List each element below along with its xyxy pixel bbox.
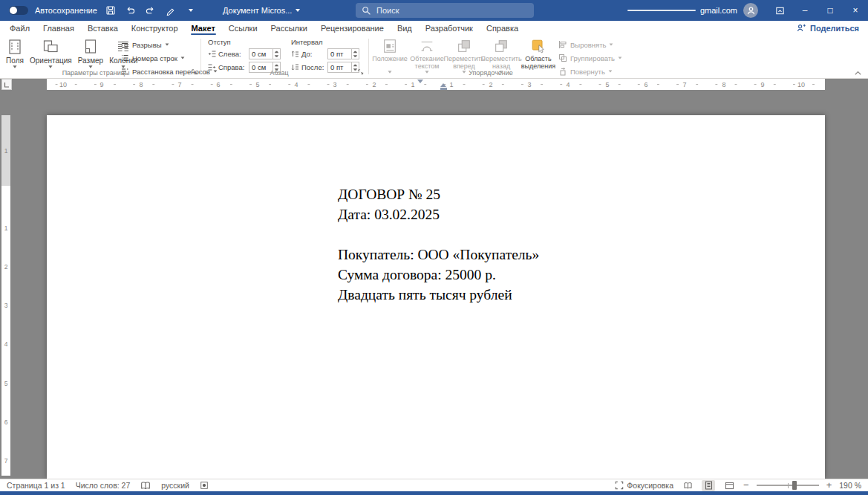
- tab-references[interactable]: Ссылки: [222, 21, 264, 35]
- wrap-text-label: Обтекание текстом: [409, 55, 445, 70]
- tab-mailings[interactable]: Рассылки: [264, 21, 314, 35]
- read-mode-button[interactable]: [681, 480, 694, 491]
- tab-view[interactable]: Вид: [391, 21, 419, 35]
- redo-icon: [146, 6, 155, 16]
- orientation-icon: [42, 38, 59, 56]
- ruler-number: 1: [409, 80, 416, 89]
- margins-button[interactable]: Поля: [3, 36, 27, 68]
- ribbon: Поля Ориентация Размер Колонки: [0, 35, 868, 79]
- ruler-number: 1: [1, 147, 10, 155]
- left-indent-marker[interactable]: [440, 88, 447, 91]
- zoom-in-button[interactable]: +: [826, 482, 832, 489]
- group-objects-button[interactable]: Группировать: [558, 53, 622, 63]
- chevron-down-icon: [88, 65, 92, 68]
- spacing-before-stepper[interactable]: [352, 48, 359, 59]
- doc-line[interactable]: Двадцать пять тысяч рублей: [338, 285, 539, 305]
- first-line-indent-marker[interactable]: [417, 80, 423, 83]
- position-icon: [382, 38, 398, 54]
- tab-insert[interactable]: Вставка: [81, 21, 125, 35]
- tab-home[interactable]: Главная: [36, 21, 81, 35]
- ruler-number: 5: [604, 80, 610, 89]
- line-numbers-icon: [120, 54, 129, 62]
- avatar[interactable]: [743, 3, 758, 18]
- doc-line[interactable]: [338, 224, 539, 245]
- horizontal-ruler[interactable]: 10 9 8 7 6 5 4 3 2 1 1 2 3 4 5 6 7 8 9 1…: [47, 79, 825, 90]
- focus-mode-button[interactable]: Фокусировка: [615, 481, 673, 490]
- maximize-button[interactable]: □: [818, 0, 843, 21]
- selection-pane-button[interactable]: Область выделения: [520, 36, 557, 74]
- save-button[interactable]: [104, 3, 117, 18]
- page-indicator[interactable]: Страница 1 из 1: [7, 481, 65, 490]
- tab-review[interactable]: Рецензирование: [314, 21, 391, 35]
- ribbon-display-options-button[interactable]: [767, 0, 792, 21]
- orientation-button[interactable]: Ориентация: [27, 36, 75, 68]
- undo-button[interactable]: [124, 3, 137, 18]
- person-icon: [746, 6, 756, 16]
- tab-developer[interactable]: Разработчик: [419, 21, 480, 35]
- zoom-out-button[interactable]: −: [743, 482, 749, 489]
- document-title-label: Документ Micros...: [223, 6, 292, 15]
- print-layout-button[interactable]: [702, 480, 715, 491]
- save-icon: [105, 5, 116, 16]
- account-label[interactable]: gmail.com: [700, 0, 737, 21]
- indent-title: Отступ: [208, 38, 281, 46]
- undo-icon: [125, 6, 135, 16]
- send-backward-button[interactable]: Переместить назад: [483, 36, 520, 74]
- tab-help[interactable]: Справка: [480, 21, 525, 35]
- document-title-button[interactable]: Документ Micros...: [223, 0, 300, 21]
- zoom-slider-thumb[interactable]: [792, 481, 797, 490]
- collapse-ribbon-button[interactable]: [854, 69, 862, 76]
- language-button[interactable]: русский: [161, 481, 189, 490]
- spacing-before-value[interactable]: 0 пт: [327, 48, 352, 59]
- minimize-button[interactable]: –: [792, 0, 818, 21]
- position-button[interactable]: Положение: [371, 36, 408, 74]
- web-layout-button[interactable]: [722, 480, 736, 491]
- close-button[interactable]: ×: [843, 0, 868, 21]
- share-label: Поделиться: [810, 24, 859, 33]
- zoom-level[interactable]: 190 %: [839, 481, 861, 490]
- zoom-slider[interactable]: [757, 485, 819, 486]
- autosave-toggle-knob: [10, 7, 17, 14]
- qat-customize-button[interactable]: [184, 3, 198, 18]
- hanging-indent-marker[interactable]: [440, 83, 446, 87]
- align-button[interactable]: Выровнять: [558, 39, 622, 50]
- ink-pen-button[interactable]: [164, 3, 177, 18]
- selection-pane-icon: [530, 38, 546, 54]
- tab-file[interactable]: Файл: [3, 21, 36, 35]
- web-layout-icon: [725, 482, 734, 490]
- indent-left-value[interactable]: 0 см: [249, 48, 273, 59]
- ruler-number: 6: [1, 418, 10, 426]
- ruler-number: 5: [254, 80, 261, 89]
- size-button[interactable]: Размер: [75, 36, 106, 68]
- redo-button[interactable]: [144, 3, 157, 18]
- page-setup-dialog-launcher[interactable]: [190, 68, 198, 76]
- search-box[interactable]: Поиск: [356, 3, 534, 18]
- word-count[interactable]: Число слов: 27: [76, 481, 131, 490]
- document-page[interactable]: ДОГОВОР № 25 Дата: 03.02.2025 Покупатель…: [47, 115, 825, 479]
- paragraph-dialog-launcher[interactable]: [356, 68, 365, 76]
- tab-stop-selector[interactable]: [1, 79, 12, 90]
- tab-design[interactable]: Конструктор: [125, 21, 185, 35]
- doc-line[interactable]: Дата: 03.02.2025: [338, 204, 539, 224]
- doc-line[interactable]: ДОГОВОР № 25: [338, 184, 539, 204]
- breaks-label: Разрывы: [132, 41, 162, 49]
- selection-pane-label: Область выделения: [521, 55, 556, 70]
- indent-left-stepper[interactable]: [273, 48, 281, 59]
- doc-line[interactable]: Сумма договора: 25000 р.: [338, 265, 539, 285]
- macro-record-button[interactable]: [200, 481, 209, 490]
- bring-forward-button[interactable]: Переместить вперед: [446, 36, 483, 74]
- share-button[interactable]: Поделиться: [788, 21, 868, 35]
- ruler-number: 4: [293, 80, 299, 89]
- proofing-button[interactable]: [140, 481, 151, 491]
- autosave-toggle[interactable]: [9, 6, 28, 15]
- autosave-label: Автосохранение: [35, 6, 97, 15]
- tab-layout[interactable]: Макет: [185, 21, 222, 35]
- group-page-setup: Поля Ориентация Размер Колонки: [1, 35, 200, 78]
- vertical-ruler[interactable]: 1 1 2 3 4 5 6 7: [1, 115, 10, 476]
- doc-line[interactable]: Покупатель: ООО «Покупатель»: [338, 245, 539, 265]
- ruler-number: 1: [1, 224, 10, 232]
- indent-left-icon: [208, 50, 216, 58]
- ruler-number: 3: [331, 80, 338, 89]
- wrap-text-button[interactable]: Обтекание текстом: [408, 36, 446, 74]
- send-backward-label: Переместить назад: [480, 55, 521, 70]
